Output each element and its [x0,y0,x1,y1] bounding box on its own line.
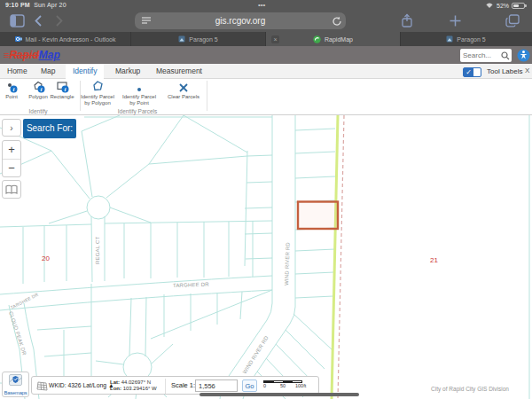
outlook-icon [15,35,22,43]
app-search-input[interactable] [463,50,502,60]
zoom-out-button[interactable]: − [3,160,20,178]
parcel-map-svg: REGAL CT TARGHEE DR TARGHEE DR CLOUD PEA… [0,115,532,399]
coordinate-bar: WKID: 4326 Lat/Long ▲ Lat: 44.02697° N L… [31,376,319,395]
tab-label: RapidMap [325,36,353,43]
app-search-box[interactable] [460,49,512,62]
paragon-icon [178,35,185,43]
url-bar[interactable]: gis.rcgov.org [135,12,346,29]
status-time: 9:10 PM [5,2,30,8]
back-button[interactable] [34,14,43,27]
rapidmap-icon [313,35,321,43]
zoom-controls: + − [2,140,21,177]
search-for-button[interactable]: Search For: [23,119,76,138]
svg-text:i: i [13,86,15,93]
book-icon [5,184,18,195]
battery-icon [512,3,525,9]
scale-input[interactable] [195,379,238,392]
status-date: Sun Apr 20 [34,2,66,8]
tab-mail-outlook[interactable]: Mail - Kevin Andresson - Outlook [0,32,131,46]
section-number-21: 21 [430,256,438,264]
identify-polygon-icon [76,82,119,93]
forward-button[interactable] [55,14,64,27]
street-label-wind-river-rd: WIND RIVER RD [284,241,291,286]
new-tab-icon[interactable] [450,15,461,27]
street-label-cloud-peak-dr: CLOUD PEAK DR [8,310,27,356]
rapidmap-logo[interactable]: ≡RapidMap [4,49,60,61]
bookmarks-button[interactable] [2,180,21,199]
tab-paragon-2[interactable]: Paragon 5 [401,32,531,46]
lat-value: 44.02697° N [121,379,151,385]
reload-icon[interactable] [332,16,342,27]
map-viewport[interactable]: REGAL CT TARGHEE DR TARGHEE DR CLOUD PEA… [0,115,532,399]
city-limit-line [332,115,338,399]
paragon-icon [446,35,453,43]
menu-close[interactable]: X [525,66,529,74]
home-indicator[interactable] [200,393,359,396]
street-label-targhee-dr: TARGHEE DR [173,282,210,288]
menu-identify[interactable]: Identify [66,64,104,79]
safari-toolbar: gis.rcgov.org [0,11,532,32]
app-header: ≡RapidMap [0,46,532,64]
boundary-dashed-line [338,115,344,399]
clear-parcels-icon [165,82,202,93]
identify-point-icon [120,82,159,93]
basemaps-icon [9,374,22,386]
svg-text:i: i [64,86,66,93]
lon-value: 103.29416° W [123,386,157,391]
tool-point[interactable]: i Point [0,82,23,100]
wifi-icon [485,2,494,9]
status-dots: ••• [258,1,265,9]
tool-labels-toggle[interactable]: ✓ [463,67,481,77]
tabs-icon[interactable] [505,14,520,27]
highlighted-parcel[interactable] [298,202,338,230]
share-icon[interactable] [401,13,413,28]
tab-label: Paragon 5 [457,36,485,43]
scale-label: Scale 1: [171,377,195,394]
url-text: gis.rcgov.org [135,16,346,26]
browser-chrome: 9:10 PM Sun Apr 20 ••• 52% gis.rcgov.org… [0,0,532,32]
menu-measurement[interactable]: Measurement [153,64,206,79]
tab-rapidmap-active[interactable]: × RapidMap [266,32,401,46]
tab-paragon-1[interactable]: Paragon 5 [131,32,266,46]
rectangle-icon: i [48,82,76,93]
battery-percent: 52% [497,3,509,9]
tab-label: Mail - Kevin Andresson - Outlook [26,36,116,43]
menu-home[interactable]: Home [4,64,31,79]
tool-identify-parcel-polygon[interactable]: Identify Parcelby Polygon [76,82,119,106]
section-number-20: 20 [42,254,50,262]
tool-rectangle[interactable]: i Rectangle [48,82,76,100]
ribbon-toolbar: i Point i Polygon i Rectangle Identify P… [0,79,532,115]
tool-clear-parcels[interactable]: Clear Parcels [165,82,202,100]
group-identify: Identify [18,108,59,114]
basemaps-button[interactable]: Basemaps [2,372,29,397]
panel-expand-button[interactable]: › [2,119,21,137]
parcel-lines [0,115,529,399]
search-icon [501,51,510,60]
tool-identify-parcel-point[interactable]: Identify Parcelby Point [120,82,159,106]
projection-icon [36,380,48,392]
menu-bar: Home Map Identify Markup Measurement ✓ T… [0,64,532,79]
group-identify-parcels: Identify Parcels [106,108,168,114]
tab-close-button[interactable]: × [271,35,279,43]
tab-bar: Mail - Kevin Andresson - Outlook Paragon… [0,32,532,46]
status-bar: 9:10 PM Sun Apr 20 ••• 52% [0,0,532,11]
wkid-selector[interactable]: WKID: 4326 Lat/Long ▲ [49,377,114,394]
menu-map[interactable]: Map [37,64,59,79]
map-attribution: City of Rapid City GIS Division [417,386,523,392]
point-icon: i [0,82,23,93]
go-button[interactable]: Go [242,379,257,392]
svg-text:i: i [40,86,42,93]
menu-markup[interactable]: Markup [112,64,144,79]
street-label-regal-ct: REGAL CT [95,236,100,264]
zoom-in-button[interactable]: + [3,141,20,160]
street-label-wind-river-rd-2: WIND RIVER RD [242,334,270,374]
tab-label: Paragon 5 [189,36,217,43]
latlon-readout: Lat: 44.02697° N Lon: 103.29416° W [110,379,157,396]
sidebar-icon[interactable] [10,14,25,27]
tool-labels-label: Tool Labels [487,67,522,75]
accessibility-icon[interactable] [517,49,530,62]
basemaps-label: Basemaps [3,390,28,395]
scale-bar: 050100ft [263,380,304,388]
